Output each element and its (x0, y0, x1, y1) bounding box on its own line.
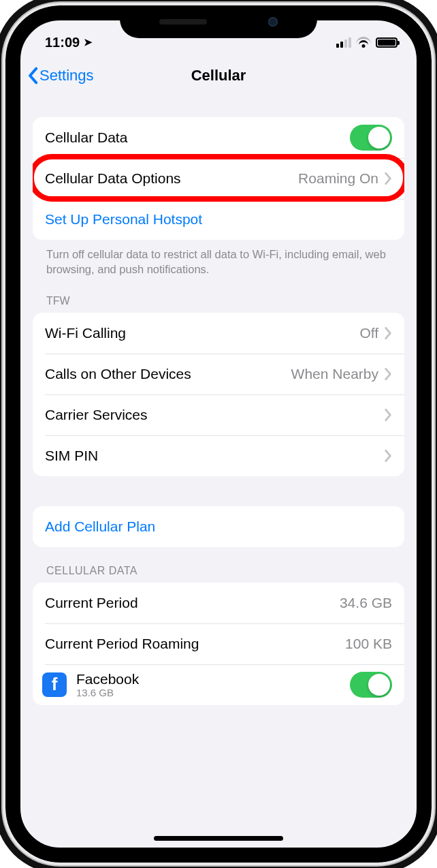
add-plan-link: Add Cellular Plan (45, 518, 392, 535)
chevron-right-icon (384, 326, 392, 340)
screen: 11:09 ➤ Settings Cellular Cellular Data (20, 20, 417, 848)
wifi-calling-detail: Off (359, 325, 378, 341)
row-calls-other-devices[interactable]: Calls on Other Devices When Nearby (33, 354, 404, 394)
cellular-data-toggle[interactable] (350, 125, 392, 151)
cellular-footer: Turn off cellular data to restrict all d… (33, 240, 404, 277)
group-usage: Current Period 34.6 GB Current Period Ro… (33, 583, 404, 705)
app-toggle[interactable] (350, 672, 392, 698)
facebook-icon: f (42, 672, 67, 697)
row-carrier-services[interactable]: Carrier Services (33, 394, 404, 435)
row-cellular-data-options[interactable]: Cellular Data Options Roaming On (33, 158, 404, 199)
sim-pin-label: SIM PIN (45, 448, 384, 464)
cell-signal-icon (336, 37, 351, 48)
row-cellular-data[interactable]: Cellular Data (33, 117, 404, 158)
back-button[interactable]: Settings (27, 67, 94, 84)
location-icon: ➤ (84, 36, 93, 48)
chevron-left-icon (27, 67, 38, 84)
cellular-data-options-detail: Roaming On (298, 170, 378, 187)
current-roaming-label: Current Period Roaming (45, 636, 345, 652)
app-name: Facebook (76, 671, 350, 687)
row-personal-hotspot[interactable]: Set Up Personal Hotspot (33, 199, 404, 240)
group-cellular: Cellular Data Cellular Data Options Roam… (33, 117, 404, 240)
nav-bar: Settings Cellular (20, 55, 417, 97)
row-current-period: Current Period 34.6 GB (33, 583, 404, 623)
chevron-right-icon (384, 408, 392, 422)
cellular-data-options-label: Cellular Data Options (45, 170, 298, 187)
row-wifi-calling[interactable]: Wi-Fi Calling Off (33, 313, 404, 354)
app-usage: 13.6 GB (76, 687, 350, 698)
current-period-label: Current Period (45, 595, 340, 611)
chevron-right-icon (384, 449, 392, 463)
calls-other-detail: When Nearby (291, 366, 378, 382)
page-title: Cellular (191, 67, 246, 84)
chevron-right-icon (384, 367, 392, 381)
carrier-header: TFW (33, 277, 404, 313)
group-carrier: Wi-Fi Calling Off Calls on Other Devices… (33, 313, 404, 476)
wifi-calling-label: Wi-Fi Calling (45, 325, 359, 341)
content[interactable]: Cellular Data Cellular Data Options Roam… (20, 97, 417, 705)
row-app-facebook[interactable]: f Facebook 13.6 GB (33, 664, 404, 705)
carrier-services-label: Carrier Services (45, 407, 384, 423)
home-indicator[interactable] (154, 836, 283, 841)
status-time: 11:09 (45, 35, 80, 50)
row-current-roaming: Current Period Roaming 100 KB (33, 623, 404, 664)
back-label: Settings (39, 67, 94, 84)
current-period-value: 34.6 GB (340, 595, 392, 611)
cellular-data-label: Cellular Data (45, 129, 350, 146)
usage-header: CELLULAR DATA (33, 547, 404, 583)
current-roaming-value: 100 KB (345, 636, 392, 652)
phone-frame: 11:09 ➤ Settings Cellular Cellular Data (5, 5, 432, 863)
group-add-plan: Add Cellular Plan (33, 506, 404, 547)
wifi-icon (356, 37, 371, 48)
chevron-right-icon (384, 172, 392, 185)
personal-hotspot-link: Set Up Personal Hotspot (45, 211, 392, 228)
notch (120, 5, 317, 38)
row-add-cellular-plan[interactable]: Add Cellular Plan (33, 506, 404, 547)
calls-other-label: Calls on Other Devices (45, 366, 291, 382)
battery-icon (376, 37, 398, 48)
row-sim-pin[interactable]: SIM PIN (33, 435, 404, 476)
